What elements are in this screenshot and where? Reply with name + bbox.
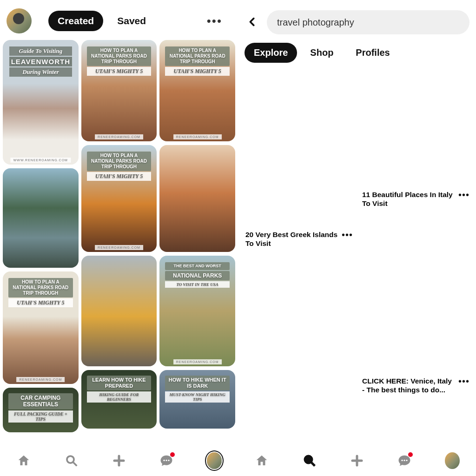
svg-point-12 <box>404 459 405 461</box>
result-item <box>360 402 470 421</box>
svg-point-7 <box>305 456 312 463</box>
pin-overlay-text: MUST-KNOW NIGHT HIKING TIPS <box>165 391 230 403</box>
filter-shop[interactable]: Shop <box>301 43 343 63</box>
pin-overlay-text: FULL PACKING GUIDE + TIPS <box>8 410 73 423</box>
pin-overlay-text: TO VISIT IN THE USA <box>165 281 230 288</box>
notification-dot <box>170 452 175 457</box>
pin-more-icon[interactable]: ••• <box>458 377 469 386</box>
chat-icon[interactable] <box>159 453 174 468</box>
pin-card[interactable] <box>360 69 470 187</box>
search-input[interactable]: travel photography <box>267 10 469 34</box>
pin-overlay-text: UTAH'S MIGHTY 5 <box>87 67 152 76</box>
bottom-nav <box>0 444 238 476</box>
back-icon[interactable] <box>245 14 260 30</box>
pin-overlay-text: Guide To Visiting <box>9 46 72 56</box>
results-col-1: 20 Very Best Greek Islands To Visit ••• <box>244 69 354 444</box>
svg-point-4 <box>164 459 165 461</box>
profile-avatar[interactable] <box>7 8 32 33</box>
notification-dot <box>408 452 413 457</box>
pin-source-label: WWW.RENEEROAMING.COM <box>11 158 71 163</box>
pin-overlay-text: UTAH'S MIGHTY 5 <box>87 172 152 181</box>
pin-overlay-text: NATIONAL PARKS <box>165 271 230 280</box>
grid-col-2: HOW TO PLAN A NATIONAL PARKS ROAD TRIP T… <box>81 40 157 444</box>
pin-overlay-text: HIKING GUIDE FOR BEGINNERS <box>87 391 152 403</box>
pin-overlay-text: HOW TO PLAN A NATIONAL PARKS ROAD TRIP T… <box>8 278 73 298</box>
pin-title: 11 Beautiful Places In Italy To Visit <box>362 190 455 208</box>
result-item: 20 Very Best Greek Islands To Visit ••• <box>244 69 354 250</box>
pin-overlay-text: LEARN HOW TO HIKE PREPARED <box>87 376 152 390</box>
results-col-2: 11 Beautiful Places In Italy To Visit ••… <box>360 69 470 444</box>
pin-title: 20 Very Best Greek Islands To Visit <box>245 230 338 248</box>
bottom-nav <box>238 444 476 476</box>
chat-icon[interactable] <box>397 453 412 468</box>
search-filters: Explore Shop Profiles <box>238 34 476 69</box>
pin-card[interactable]: HOW TO PLAN A NATIONAL PARKS ROAD TRIP T… <box>81 145 157 252</box>
svg-line-1 <box>73 462 77 466</box>
search-results-grid: 20 Very Best Greek Islands To Visit ••• … <box>238 69 476 444</box>
pin-source-label: RENEEROAMING.COM <box>16 377 65 382</box>
home-icon[interactable] <box>16 453 31 468</box>
pin-overlay-text: During Winter <box>9 67 72 77</box>
pin-source-label: RENEEROAMING.COM <box>173 359 222 364</box>
pin-card[interactable] <box>360 402 470 421</box>
pin-source-label: RENEEROAMING.COM <box>173 134 222 139</box>
add-icon[interactable] <box>350 453 364 468</box>
filter-profiles[interactable]: Profiles <box>346 43 399 63</box>
pin-card[interactable]: HOW TO PLAN A NATIONAL PARKS ROAD TRIP T… <box>81 40 157 141</box>
pin-more-icon[interactable]: ••• <box>458 190 469 199</box>
profile-tabs: Created Saved <box>48 11 155 31</box>
svg-point-5 <box>166 459 167 461</box>
pin-title: CLICK HERE: Venice, Italy - The best thi… <box>362 377 455 395</box>
pin-overlay-text: HOW TO HIKE WHEN IT IS DARK <box>165 376 230 390</box>
pin-overlay-text: UTAH'S MIGHTY 5 <box>8 298 73 307</box>
created-pins-grid: Guide To Visiting LEAVENWORTH During Win… <box>0 40 238 444</box>
add-icon[interactable] <box>112 453 126 468</box>
home-icon[interactable] <box>254 453 269 468</box>
tab-saved[interactable]: Saved <box>108 11 155 31</box>
pin-card[interactable] <box>3 168 79 268</box>
search-explore-screen: travel photography Explore Shop Profiles… <box>238 0 476 476</box>
svg-point-13 <box>406 459 408 461</box>
pin-card[interactable]: HOW TO HIKE WHEN IT IS DARK MUST-KNOW NI… <box>159 370 235 429</box>
pin-card[interactable]: CAR CAMPING ESSENTIALS FULL PACKING GUID… <box>3 388 79 432</box>
grid-col-1: Guide To Visiting LEAVENWORTH During Win… <box>3 40 79 444</box>
result-item <box>244 256 354 423</box>
svg-point-0 <box>67 456 74 463</box>
result-item: CLICK HERE: Venice, Italy - The best thi… <box>360 216 470 397</box>
left-header: Created Saved ••• <box>0 0 238 40</box>
pin-card[interactable]: HOW TO PLAN A NATIONAL PARKS ROAD TRIP T… <box>3 271 79 384</box>
pin-card[interactable]: THE BEST AND WORST NATIONAL PARKS TO VIS… <box>159 256 235 366</box>
pin-card[interactable]: Guide To Visiting LEAVENWORTH During Win… <box>3 40 79 165</box>
pin-card[interactable] <box>244 69 354 227</box>
pin-overlay-text: UTAH'S MIGHTY 5 <box>165 67 230 76</box>
svg-point-6 <box>168 459 170 461</box>
search-icon[interactable] <box>302 453 317 468</box>
search-icon[interactable] <box>64 453 79 468</box>
pin-overlay-text: HOW TO PLAN A NATIONAL PARKS ROAD TRIP T… <box>87 46 152 66</box>
more-options-icon[interactable]: ••• <box>207 14 222 28</box>
pin-source-label: RENEEROAMING.COM <box>95 245 143 250</box>
pin-overlay-text: HOW TO PLAN A NATIONAL PARKS ROAD TRIP T… <box>87 152 152 171</box>
profile-created-screen: Created Saved ••• Guide To Visiting LEAV… <box>0 0 238 476</box>
tab-created[interactable]: Created <box>48 11 103 31</box>
filter-explore[interactable]: Explore <box>245 43 297 63</box>
profile-nav-icon[interactable] <box>207 453 222 468</box>
pin-overlay-text: HOW TO PLAN A NATIONAL PARKS ROAD TRIP T… <box>165 46 230 66</box>
pin-card[interactable] <box>244 256 354 423</box>
pin-card[interactable] <box>159 145 235 252</box>
pin-card[interactable] <box>81 256 157 366</box>
pin-card[interactable] <box>360 216 470 374</box>
svg-point-11 <box>402 459 403 461</box>
result-item: 11 Beautiful Places In Italy To Visit ••… <box>360 69 470 210</box>
right-header: travel photography <box>238 0 476 34</box>
pin-overlay-text: THE BEST AND WORST <box>165 262 230 270</box>
pin-more-icon[interactable]: ••• <box>342 230 353 239</box>
pin-card[interactable]: HOW TO PLAN A NATIONAL PARKS ROAD TRIP T… <box>159 40 235 141</box>
pin-overlay-text: LEAVENWORTH <box>9 57 72 66</box>
search-value: travel photography <box>277 17 354 28</box>
profile-nav-icon[interactable] <box>445 453 460 468</box>
pin-overlay-text: CAR CAMPING ESSENTIALS <box>8 393 73 410</box>
pin-card[interactable]: LEARN HOW TO HIKE PREPARED HIKING GUIDE … <box>81 370 157 429</box>
svg-line-8 <box>311 462 315 466</box>
grid-col-3: HOW TO PLAN A NATIONAL PARKS ROAD TRIP T… <box>159 40 235 444</box>
